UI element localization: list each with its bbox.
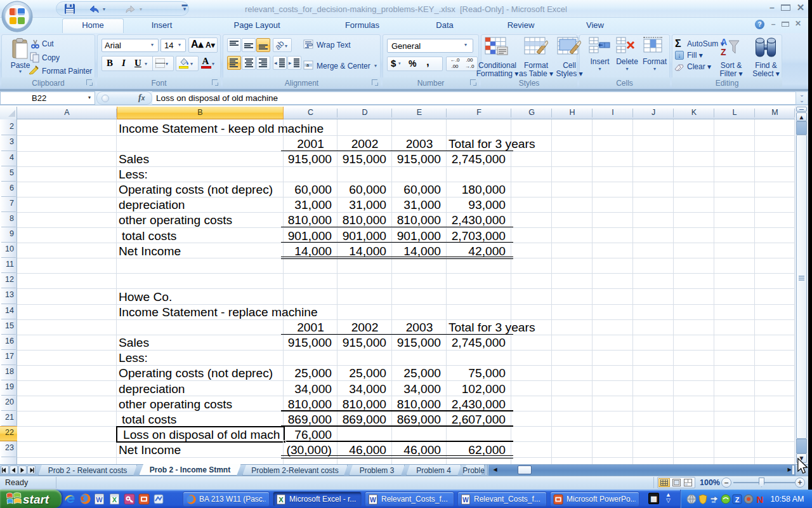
svg-text:a: a <box>306 63 309 67</box>
svg-text:X: X <box>278 496 284 504</box>
svg-text:N: N <box>757 494 764 504</box>
svg-text:W: W <box>96 496 103 504</box>
svg-text:W: W <box>370 497 376 504</box>
svg-text:A: A <box>721 37 727 47</box>
svg-text:X: X <box>112 496 117 504</box>
svg-text:W: W <box>462 497 469 504</box>
svg-text:Z: Z <box>721 47 726 57</box>
svg-text:Z: Z <box>735 496 740 504</box>
